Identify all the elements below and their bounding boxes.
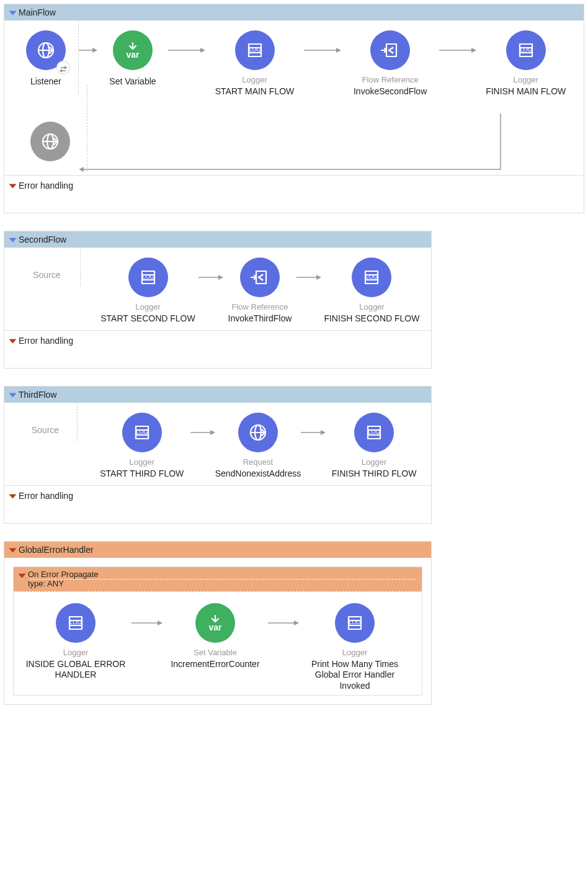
log-icon [244,39,266,61]
arrow-icon [190,413,215,452]
chevron-down-icon [9,339,17,344]
log-icon [360,266,383,289]
error-handling-section[interactable]: Error handling [4,330,431,368]
flow-mainflow[interactable]: MainFlow Listener Set Variable [4,4,584,213]
arrow-icon [439,30,476,70]
flowref-icon [249,266,271,289]
flow-reference-node[interactable]: Flow Reference InvokeSecondFlow [341,30,440,97]
arrow-icon [79,30,97,70]
arrow-icon [268,603,299,643]
http-response-node[interactable] [30,122,70,161]
chevron-down-icon [9,549,17,553]
arrow-icon [131,603,163,643]
log-icon [131,421,153,444]
chevron-down-icon [9,11,17,16]
flow-title: SecondFlow [19,235,66,244]
chevron-down-icon [19,574,26,578]
chevron-down-icon [9,238,17,243]
node-name: Listener [30,76,61,87]
chevron-down-icon [9,393,17,398]
on-error-propagate[interactable]: On Error Propagate type: ANY Logger INSI… [13,567,422,696]
log-icon [515,39,537,61]
arrow-icon [304,30,341,70]
flow-title: GlobalErrorHandler [19,545,94,555]
log-icon [363,421,385,444]
flow-header[interactable]: SecondFlow [4,231,431,248]
flow-title: MainFlow [19,7,56,17]
logger-node[interactable]: Logger FINISH THIRD FLOW [326,413,422,479]
logger-node[interactable]: Logger Print How Many Times Global Error… [299,603,411,691]
svg-marker-20 [336,48,341,53]
error-handling-section[interactable]: Error handling [4,175,584,213]
chevron-down-icon [9,495,17,499]
arrow-icon [301,413,326,452]
logger-node[interactable]: Logger FINISH MAIN FLOW [476,30,575,97]
flow-globalerrorhandler[interactable]: GlobalErrorHandler On Error Propagate ty… [4,541,432,705]
exchange-icon [57,61,69,74]
chevron-down-icon [9,184,17,189]
arrow-icon [168,30,205,70]
svg-marker-25 [218,275,223,280]
log-icon [344,612,366,634]
flow-header[interactable]: MainFlow [4,4,584,20]
globe-icon [35,39,57,61]
variable-icon [122,39,144,61]
error-handling-section[interactable]: Error handling [4,485,431,523]
svg-marker-29 [210,430,215,435]
logger-node[interactable]: Logger START SECOND FLOW [97,258,198,324]
svg-marker-27 [316,275,321,280]
http-request-node[interactable]: Request SendNonexistAddress [215,413,301,479]
http-listener-node[interactable] [26,30,66,70]
flow-header[interactable]: GlobalErrorHandler [4,542,431,558]
flow-source: Listener [13,30,79,87]
logger-node[interactable]: Logger FINISH SECOND FLOW [321,258,422,324]
flow-source: Source [13,413,78,435]
svg-marker-22 [471,48,476,53]
flowref-icon [379,39,401,61]
svg-marker-33 [158,620,163,625]
flow-title: ThirdFlow [19,390,56,400]
arrow-icon [198,258,223,297]
svg-marker-31 [321,430,326,435]
set-variable-node[interactable]: Set Variable [97,30,169,87]
flow-reference-node[interactable]: Flow Reference InvokeThirdFlow [223,258,296,324]
globe-icon [39,130,61,153]
arrow-icon [296,258,321,297]
log-icon [65,612,87,634]
globe-icon [247,421,269,444]
variable-icon [204,612,226,634]
svg-marker-18 [200,48,205,53]
flow-header[interactable]: ThirdFlow [4,387,431,403]
set-variable-node[interactable]: Set Variable IncrementErrorCounter [163,603,268,670]
logger-node[interactable]: Logger INSIDE GLOBAL ERROR HANDLER [20,603,131,681]
handler-header[interactable]: On Error Propagate type: ANY [14,567,422,592]
logger-node[interactable]: Logger START THIRD FLOW [94,413,190,479]
log-icon [137,266,159,289]
flow-source: Source [13,258,81,280]
svg-marker-35 [294,620,299,625]
flow-secondflow[interactable]: SecondFlow Source Logger START SECOND FL… [4,231,432,369]
logger-node[interactable]: Logger START MAIN FLOW [205,30,304,97]
svg-marker-16 [92,48,97,53]
flow-thirdflow[interactable]: ThirdFlow Source Logger START THIRD FLOW… [4,386,432,524]
